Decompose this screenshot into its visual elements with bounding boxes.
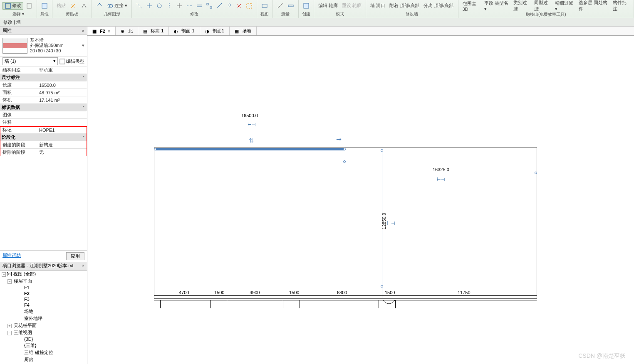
scale-button[interactable] bbox=[214, 2, 224, 9]
pin-button[interactable] bbox=[224, 2, 234, 9]
cat-filter-button[interactable]: 类别过滤 bbox=[512, 0, 532, 12]
dim-button[interactable] bbox=[286, 2, 296, 9]
properties-help-link[interactable]: 属性帮助 bbox=[2, 252, 21, 260]
tick bbox=[395, 300, 396, 308]
tab-section1b[interactable]: ◑剖面1 bbox=[200, 27, 230, 35]
type-dropdown-icon[interactable]: ▾ bbox=[82, 43, 84, 48]
dim-handle-r-icon[interactable]: ⊢⊣ bbox=[437, 177, 445, 182]
paste-button[interactable]: 粘贴 bbox=[55, 2, 67, 9]
tree-3d-3[interactable]: 厨房 bbox=[0, 356, 87, 363]
split-button[interactable] bbox=[184, 2, 194, 9]
tree-3d-2[interactable]: 三维-碰撞定位 bbox=[0, 349, 87, 356]
dim-handle-icon[interactable]: ⊢⊣ bbox=[248, 122, 256, 128]
ribbon-label-modify: 修改 bbox=[190, 11, 198, 18]
tree-f1[interactable]: F1 bbox=[0, 285, 87, 290]
tree-site[interactable]: 场地 bbox=[0, 308, 87, 315]
measure-button[interactable] bbox=[275, 2, 285, 9]
prop-row-create-phase[interactable]: 创建的阶段新构造 bbox=[0, 141, 87, 149]
view-button[interactable] bbox=[260, 2, 270, 9]
site-icon: ▦ bbox=[235, 29, 240, 34]
trim-button[interactable] bbox=[174, 2, 184, 9]
apply-button[interactable]: 应用 bbox=[66, 252, 84, 260]
detach-button[interactable]: 分离 顶部/底部 bbox=[422, 2, 455, 9]
section-dimensions[interactable]: 尺寸标注⌃ bbox=[0, 74, 87, 81]
tree-ground[interactable]: 室外地坪 bbox=[0, 315, 87, 322]
drawing-canvas[interactable]: 16500.0 ⊢⊣ ⇅ ⮕ 16325.0 ⊢⊣ 12850.0 bbox=[87, 36, 634, 364]
tree-floorplans[interactable]: − 楼层平面 bbox=[0, 278, 87, 285]
type-props-button[interactable] bbox=[24, 2, 34, 9]
rename-type-button[interactable]: 率改 类型名 ▾ bbox=[483, 0, 511, 12]
reset-profile-button[interactable]: 重设 轮廓 bbox=[340, 2, 363, 9]
wall-open-button[interactable]: 墙 洞口 bbox=[369, 2, 387, 9]
tree-f2[interactable]: F2 bbox=[0, 290, 87, 296]
tree-3d-1[interactable]: {三维} bbox=[0, 342, 87, 349]
section-phasing[interactable]: 阶段化⌃ bbox=[0, 134, 87, 141]
ribbon-group-mode: 编辑 轮廓 重设 轮廓 模式 bbox=[314, 0, 366, 18]
type-filter-button[interactable]: 同型过滤 bbox=[532, 0, 552, 12]
tab-f2[interactable]: ▦F2× bbox=[87, 27, 116, 35]
properties-title: 属性 bbox=[2, 27, 12, 34]
close-tab-icon[interactable]: × bbox=[108, 29, 110, 34]
dim-v-handle-icon[interactable]: ⊢⊣ bbox=[387, 221, 395, 226]
tree-f3[interactable]: F3 bbox=[0, 296, 87, 302]
dim-v-node-b[interactable] bbox=[381, 285, 383, 288]
tree-ceiling[interactable]: + 天花板平面 bbox=[0, 322, 87, 329]
delete-button[interactable] bbox=[234, 2, 244, 9]
offset-button[interactable] bbox=[194, 2, 204, 9]
tab-north[interactable]: ⊕北 bbox=[116, 27, 138, 35]
edit-profile-button[interactable]: 编辑 轮廓 bbox=[317, 2, 339, 9]
bdim-2: 4900 bbox=[250, 290, 260, 295]
prop-row-mark[interactable]: 标记HOPE1 bbox=[0, 126, 87, 134]
project-browser[interactable]: −[○] 视图 (全部) − 楼层平面 F1 F2 F3 F4 场地 室外地坪 … bbox=[0, 270, 87, 364]
prop-row-structure[interactable]: 结构用途非承重 bbox=[0, 66, 87, 74]
browser-title: 项目浏览器 - 江湖别墅2020版本.rvt bbox=[2, 263, 74, 269]
section-identity[interactable]: 标识数据⌃ bbox=[0, 104, 87, 111]
ribbon-label-select: 选择 ▾ bbox=[12, 11, 24, 18]
batch-annot-button[interactable]: 构件批注 bbox=[611, 0, 631, 12]
svg-rect-0 bbox=[5, 3, 10, 8]
prop-row-demo-phase[interactable]: 拆除的阶段无 bbox=[0, 149, 87, 156]
edit-type-button[interactable]: 编辑类型 bbox=[59, 58, 84, 64]
type-selector[interactable]: 基本墙 外保温墙350mm- 20+60+240+30 ▾ bbox=[0, 35, 87, 57]
prop-row-image[interactable]: 图像 bbox=[0, 111, 87, 119]
match-button[interactable] bbox=[79, 2, 89, 9]
cut-button[interactable] bbox=[68, 2, 78, 9]
bdim-4: 6800 bbox=[337, 290, 347, 295]
create-button[interactable] bbox=[301, 2, 311, 9]
prop-row-comment[interactable]: 注释 bbox=[0, 119, 87, 126]
cope-button[interactable] bbox=[94, 2, 104, 9]
flip-icon[interactable]: ⇅ bbox=[249, 137, 254, 144]
join-button[interactable]: 连接 ▾ bbox=[105, 2, 129, 9]
tree-3d-0[interactable]: {3D} bbox=[0, 336, 87, 342]
fine-filter-button[interactable]: 精细过滤 ▾ bbox=[553, 0, 577, 12]
svg-rect-6 bbox=[207, 3, 208, 5]
align-button[interactable] bbox=[134, 2, 144, 9]
selected-wall[interactable] bbox=[155, 148, 344, 150]
bbox3d-button[interactable]: 包围盒3D bbox=[461, 0, 482, 12]
tree-f4[interactable]: F4 bbox=[0, 302, 87, 308]
tab-site[interactable]: ▦场地 bbox=[230, 27, 257, 35]
tree-root[interactable]: −[○] 视图 (全部) bbox=[0, 271, 87, 278]
wall-node-right[interactable] bbox=[343, 148, 346, 150]
dim-v-node-t[interactable] bbox=[381, 149, 383, 152]
multi-layer-button[interactable]: 选多层 同处构件 bbox=[577, 0, 610, 12]
dim-node-r[interactable] bbox=[535, 172, 537, 174]
svg-rect-7 bbox=[210, 7, 212, 8]
move-button[interactable] bbox=[144, 2, 154, 9]
group-button[interactable] bbox=[244, 2, 254, 9]
props-button[interactable] bbox=[40, 2, 50, 9]
attach-button[interactable]: 附着 顶部/底部 bbox=[388, 2, 421, 9]
dim-node[interactable] bbox=[343, 160, 346, 163]
rotate-button[interactable] bbox=[154, 2, 164, 9]
mirror-button[interactable] bbox=[164, 2, 174, 9]
close-browser-icon[interactable]: × bbox=[82, 263, 84, 268]
instance-selector[interactable]: 墙 (1) ▾ bbox=[2, 57, 58, 65]
modify-button[interactable]: 修改 bbox=[2, 2, 23, 10]
bdim-5: 1500 bbox=[385, 290, 395, 295]
tab-section1[interactable]: ◐剖面 1 bbox=[169, 27, 200, 35]
array-button[interactable] bbox=[204, 2, 214, 9]
flip-end-icon[interactable]: ⮕ bbox=[336, 136, 342, 143]
close-properties-icon[interactable]: × bbox=[82, 28, 84, 33]
tab-level1[interactable]: ▤标高 1 bbox=[138, 27, 169, 35]
tree-3d[interactable]: − 三维视图 bbox=[0, 329, 87, 336]
